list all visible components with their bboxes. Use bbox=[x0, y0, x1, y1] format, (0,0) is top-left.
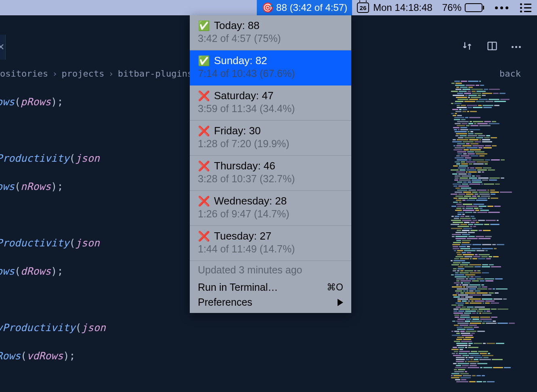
calendar-status-item[interactable]: 26 Mon 14:18:48 bbox=[352, 0, 437, 15]
breadcrumb-segment[interactable]: back bbox=[499, 69, 521, 79]
chevron-right-icon: › bbox=[108, 69, 113, 79]
battery-percent: 76% bbox=[442, 2, 461, 13]
overflow-menu-icon[interactable] bbox=[489, 0, 514, 15]
check-icon: ✅ bbox=[198, 55, 210, 67]
cross-icon: ❌ bbox=[198, 231, 210, 242]
minimap[interactable] bbox=[450, 81, 530, 392]
titlebar-icons bbox=[461, 40, 521, 53]
dropdown-run-terminal[interactable]: Run in Terminal…⌘O bbox=[190, 280, 351, 295]
breadcrumb-segment[interactable]: bitbar-plugins bbox=[118, 69, 193, 79]
battery-icon bbox=[465, 3, 484, 12]
chevron-right-icon: › bbox=[52, 69, 57, 79]
dropdown-day-entry[interactable]: ❌Saturday: 473:59 of 11:34 (34.4%) bbox=[190, 85, 351, 121]
more-actions-icon[interactable] bbox=[512, 40, 521, 53]
cross-icon: ❌ bbox=[198, 125, 210, 137]
dropdown-day-entry[interactable]: ✅Sunday: 827:14 of 10:43 (67.6%) bbox=[190, 50, 351, 85]
split-editor-icon[interactable] bbox=[487, 40, 498, 53]
breadcrumb-segment[interactable]: ositories bbox=[0, 69, 48, 79]
dropdown-entry-detail: 7:14 of 10:43 (67.6%) bbox=[198, 68, 343, 79]
calendar-icon: 26 bbox=[357, 2, 369, 13]
dropdown-day-entry[interactable]: ❌Tuesday: 271:44 of 11:49 (14.7%) bbox=[190, 226, 351, 261]
breadcrumb-segment[interactable]: projects bbox=[61, 69, 104, 79]
dropdown-entry-detail: 1:44 of 11:49 (14.7%) bbox=[198, 243, 343, 255]
dropdown-entry-detail: 1:26 of 9:47 (14.7%) bbox=[198, 208, 343, 220]
dropdown-day-entry[interactable]: ✅Today: 883:42 of 4:57 (75%) bbox=[190, 15, 351, 50]
cross-icon: ❌ bbox=[198, 161, 210, 172]
system-menubar: 🎯 88 (3:42 of 4:57) 26 Mon 14:18:48 76% bbox=[0, 0, 537, 15]
dropdown-entry-detail: 3:28 of 10:37 (32.7%) bbox=[198, 173, 343, 185]
dropdown-preferences[interactable]: Preferences bbox=[190, 295, 351, 313]
run-terminal-shortcut: ⌘O bbox=[327, 282, 343, 293]
dropdown-updated-text: Updated 3 minutes ago bbox=[190, 261, 351, 280]
dropdown-entry-title: Saturday: 47 bbox=[214, 90, 273, 102]
dropdown-entry-title: Thursday: 46 bbox=[214, 160, 275, 172]
dropdown-entry-title: Tuesday: 27 bbox=[214, 230, 271, 242]
editor-tab-close[interactable]: ✕ bbox=[0, 35, 6, 60]
dropdown-entry-title: Friday: 30 bbox=[214, 125, 261, 137]
cross-icon: ❌ bbox=[198, 196, 210, 207]
check-icon: ✅ bbox=[198, 20, 210, 31]
preferences-label: Preferences bbox=[198, 296, 252, 308]
clock-text: Mon 14:18:48 bbox=[373, 2, 432, 13]
dropdown-entry-detail: 1:28 of 7:20 (19.9%) bbox=[198, 138, 343, 150]
dropdown-entry-detail: 3:59 of 11:34 (34.4%) bbox=[198, 103, 343, 115]
bitbar-status-item[interactable]: 🎯 88 (3:42 of 4:57) bbox=[257, 0, 352, 15]
dropdown-entry-title: Wednesday: 28 bbox=[214, 195, 287, 207]
dropdown-entry-title: Today: 88 bbox=[214, 19, 260, 32]
cross-icon: ❌ bbox=[198, 90, 210, 102]
run-terminal-label: Run in Terminal… bbox=[198, 281, 278, 293]
submenu-arrow-icon bbox=[338, 299, 343, 306]
target-icon: 🎯 bbox=[262, 2, 274, 13]
compare-changes-icon[interactable] bbox=[461, 40, 473, 53]
dropdown-entry-detail: 3:42 of 4:57 (75%) bbox=[198, 33, 343, 44]
dropdown-day-entry[interactable]: ❌Thursday: 463:28 of 10:37 (32.7%) bbox=[190, 156, 351, 191]
bitbar-dropdown: ✅Today: 883:42 of 4:57 (75%)✅Sunday: 827… bbox=[190, 15, 351, 313]
battery-status-item[interactable]: 76% bbox=[437, 0, 489, 15]
dropdown-entry-title: Sunday: 82 bbox=[214, 54, 267, 67]
bitbar-status-text: 88 (3:42 of 4:57) bbox=[276, 2, 347, 13]
notification-center-icon[interactable] bbox=[514, 3, 537, 13]
dropdown-day-entry[interactable]: ❌Friday: 301:28 of 7:20 (19.9%) bbox=[190, 121, 351, 156]
dropdown-day-entry[interactable]: ❌Wednesday: 281:26 of 9:47 (14.7%) bbox=[190, 191, 351, 226]
